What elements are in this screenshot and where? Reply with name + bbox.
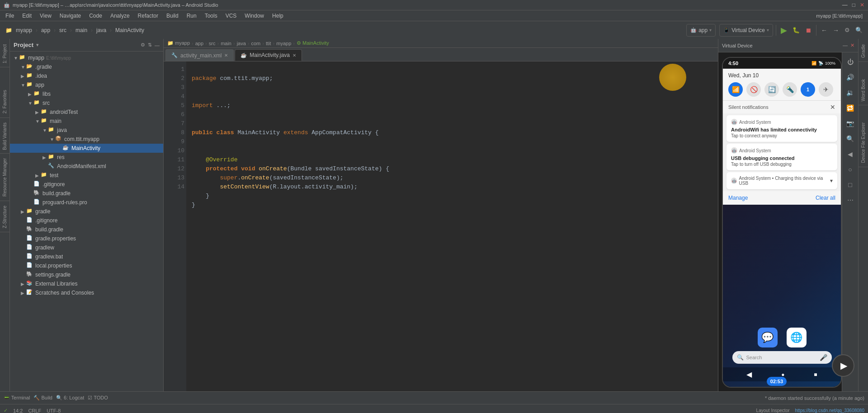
emu-rotate[interactable]: 🔁 [844, 102, 856, 114]
menu-view[interactable]: View [36, 12, 55, 20]
tree-res[interactable]: ▶ 📁 res [10, 153, 163, 162]
breadcrumb-myapp2[interactable]: myapp [276, 41, 291, 46]
project-dropdown-arrow[interactable]: ▾ [36, 42, 39, 48]
emulator-minimize[interactable]: — [843, 42, 848, 48]
breadcrumb-com[interactable]: com [251, 41, 261, 46]
emu-zoom-in[interactable]: 🔍 [844, 133, 856, 145]
vtab-word-book[interactable]: Word Book [859, 75, 868, 105]
toolbar-search[interactable]: 🔍 [854, 24, 864, 37]
clear-all-button[interactable]: Clear all [816, 195, 835, 201]
menu-window[interactable]: Window [241, 12, 268, 20]
tree-gradleprops[interactable]: 📄 gradle.properties [10, 234, 163, 243]
emu-power[interactable]: ⏻ [844, 56, 856, 68]
emu-home[interactable]: ○ [844, 164, 856, 175]
menu-vcs[interactable]: VCS [222, 12, 241, 20]
vtab-z-structure[interactable]: Z-Structure [0, 202, 10, 232]
emu-back[interactable]: ◀ [844, 148, 856, 160]
qs-dnd[interactable]: 🚫 [746, 82, 761, 97]
breadcrumb-main[interactable]: main [221, 41, 231, 46]
tree-gitignore-root[interactable]: 📄 .gitignore [10, 216, 163, 225]
notif-item-usb[interactable]: 🤖 Android System USB debugging connected… [726, 144, 837, 170]
todo-tab[interactable]: ☑ TODO [88, 395, 108, 401]
nav-back[interactable]: ◀ [746, 370, 752, 379]
menu-tools[interactable]: Tools [201, 12, 221, 20]
tree-proguard[interactable]: 📄 proguard-rules.pro [10, 198, 163, 207]
stop-button[interactable]: ⏹ [803, 24, 813, 37]
emulator-close[interactable]: ✕ [850, 42, 854, 48]
qs-rotate[interactable]: 🔄 [764, 82, 779, 97]
breadcrumb-java[interactable]: java [237, 41, 246, 46]
menu-code[interactable]: Code [85, 12, 106, 20]
tree-external-libs[interactable]: ▶ 📚 External Libraries [10, 279, 163, 288]
notif-close-btn[interactable]: ✕ [830, 103, 835, 111]
qs-data[interactable]: 1 [801, 82, 815, 97]
close-button[interactable]: ✕ [860, 2, 864, 8]
tree-java[interactable]: ▼ 📁 java [10, 126, 163, 135]
debug-button[interactable]: 🐛 [791, 24, 802, 37]
tree-gradle-root[interactable]: ▶ 📁 gradle [10, 207, 163, 216]
qs-wifi[interactable]: 📶 [728, 82, 743, 97]
emu-square[interactable]: □ [844, 179, 856, 191]
project-panel-sort[interactable]: ⇅ [148, 42, 152, 48]
menu-file[interactable]: File [2, 12, 18, 20]
close-tab-java[interactable]: ✕ [292, 53, 296, 58]
breadcrumb-myapp[interactable]: 📁 myapp [167, 40, 190, 46]
tree-settingsgradle[interactable]: 🐘 settings.gradle [10, 270, 163, 279]
breadcrumb-ttit[interactable]: ttit [266, 41, 271, 46]
tree-libs[interactable]: ▶ 📁 libs [10, 89, 163, 99]
vtab-resource-manager[interactable]: Resource Manager [0, 155, 10, 201]
terminal-tab[interactable]: 📟 Terminal [4, 395, 30, 401]
breadcrumb-src[interactable]: src [209, 41, 216, 46]
emu-volume-up[interactable]: 🔊 [844, 71, 856, 83]
tree-buildgradle-root[interactable]: 🐘 build.gradle [10, 225, 163, 234]
qs-flashlight[interactable]: 🔦 [783, 82, 797, 97]
tree-androidtest[interactable]: ▶ 📁 androidTest [10, 108, 163, 117]
code-editor[interactable]: 1 2 3 4 5 6 7 8 9 10 11 12 13 14 package… [164, 61, 718, 391]
breadcrumb-app[interactable]: app [195, 41, 203, 46]
tab-activity-main-xml[interactable]: 🔧 activity_main.xml ✕ [165, 49, 234, 61]
menu-refactor[interactable]: Refactor [134, 12, 162, 20]
tree-main[interactable]: ▼ 📁 main [10, 117, 163, 126]
tree-localprops[interactable]: 📄 local.properties [10, 261, 163, 270]
menu-run[interactable]: Run [183, 12, 200, 20]
tree-mainactivity[interactable]: ☕ MainActivity [10, 144, 163, 153]
phone-search-bar[interactable]: 🔍 Search 🎤 [732, 351, 832, 364]
toolbar-settings[interactable]: ⚙ [843, 24, 852, 37]
toolbar-forward-btn[interactable]: → [831, 24, 841, 37]
tree-package[interactable]: ▼ 📦 com.ttit.myapp [10, 135, 163, 144]
code-content[interactable]: package com.ttit.myapp; import ...; publ… [186, 61, 718, 391]
tree-src[interactable]: ▼ 📁 src [10, 99, 163, 108]
tree-root-myapp[interactable]: ▼ 📁 myapp E:\tlit\myapp [10, 53, 163, 62]
run-button[interactable]: ▶ [779, 24, 789, 37]
menu-help[interactable]: Help [269, 12, 287, 20]
app-icon-chrome[interactable]: 🌐 [787, 328, 807, 347]
vtab-device-file-explorer[interactable]: Device File Explorer [859, 119, 868, 167]
emu-more[interactable]: ⋯ [844, 194, 856, 206]
tab-mainactivity-java[interactable]: ☕ MainActivity.java ✕ [235, 49, 302, 61]
tree-app[interactable]: ▼ 📁 app [10, 80, 163, 89]
emu-screenshot[interactable]: 📷 [844, 117, 856, 129]
close-tab-xml[interactable]: ✕ [224, 53, 228, 58]
menu-build[interactable]: Build [163, 12, 182, 20]
qs-airplane[interactable]: ✈ [819, 82, 833, 97]
menu-edit[interactable]: Edit [19, 12, 35, 20]
app-icon-messages[interactable]: 💬 [758, 328, 778, 347]
app-selector[interactable]: 🤖 app ▾ [686, 24, 716, 37]
device-selector[interactable]: 📱 Virtual Device ▾ [719, 24, 773, 37]
logcat-tab[interactable]: 🔍 6: Logcat [56, 395, 84, 401]
tree-idea[interactable]: ▶ 📁 .idea [10, 71, 163, 80]
vtab-project[interactable]: 1: Project [0, 41, 10, 67]
emu-volume-down[interactable]: 🔉 [844, 87, 856, 99]
breadcrumb-mainactivity[interactable]: ⚙ MainActivity [297, 40, 329, 46]
tree-buildgradle-app[interactable]: 🐘 build.gradle [10, 189, 163, 198]
vtab-build-variants[interactable]: Build Variants [0, 119, 10, 154]
maximize-button[interactable]: □ [852, 2, 855, 8]
tree-gitignore-app[interactable]: 📄 .gitignore [10, 180, 163, 189]
tree-androidmanifest[interactable]: 🔧 AndroidManifest.xml [10, 162, 163, 171]
tree-gradlew[interactable]: 📄 gradlew [10, 243, 163, 252]
nav-recents[interactable]: ■ [814, 371, 817, 378]
vtab-gradle[interactable]: Gradle [859, 41, 868, 62]
tree-gradle[interactable]: ▼ 📂 .gradle [10, 62, 163, 71]
vtab-favorites[interactable]: 2: Favorites [0, 86, 10, 117]
build-tab[interactable]: 🔨 Build [33, 395, 52, 401]
